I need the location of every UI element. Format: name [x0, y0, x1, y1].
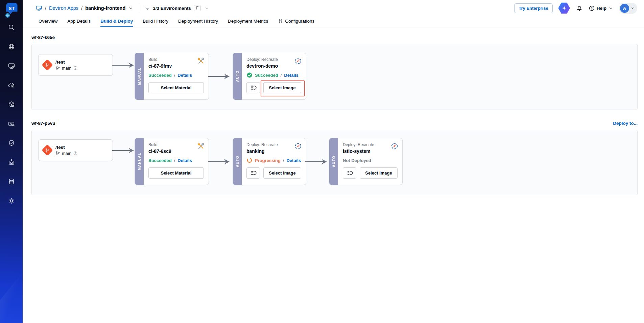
select-material-button[interactable]: Select Material: [148, 82, 204, 93]
devtron-build-deploy-screen: ST ⟳ / Devtron Apps / banking-frontend: [0, 0, 644, 323]
select-image-button[interactable]: Select Image: [263, 82, 301, 93]
avatar: A: [620, 4, 629, 13]
branch-icon: [55, 151, 60, 156]
details-link[interactable]: Details: [284, 73, 299, 78]
git-repo-name: /test: [55, 145, 78, 150]
search-icon[interactable]: [8, 24, 15, 31]
breadcrumb-devtron-apps-link[interactable]: Devtron Apps: [49, 5, 78, 11]
env-filter-chevron-down-icon[interactable]: [204, 5, 210, 11]
details-link[interactable]: Details: [177, 73, 192, 78]
branch-name: main: [62, 151, 71, 156]
status-text: Succeeded: [148, 158, 172, 163]
workflow-wf-87-k65e: wf-87-k65e /test main: [31, 34, 638, 110]
app-monitor-icon: [35, 5, 42, 11]
branch-name: main: [62, 66, 71, 71]
workflow-canvas: /test main MANUAL Build ci-87-6sc9: [31, 130, 638, 195]
resource-browser-globe-icon[interactable]: [8, 43, 15, 50]
info-icon[interactable]: [73, 66, 78, 70]
select-image-button[interactable]: Select Image: [360, 167, 398, 179]
git-icon: [42, 144, 53, 156]
chart-store-package-icon[interactable]: [8, 101, 15, 108]
applications-monitor-icon[interactable]: [8, 62, 15, 70]
node-type-label: Build: [148, 57, 204, 62]
stacks-database-icon[interactable]: [8, 178, 15, 185]
rollback-button[interactable]: [343, 167, 356, 179]
breadcrumb-app-name: banking-frontend: [85, 5, 125, 11]
user-menu[interactable]: A: [619, 3, 637, 14]
tab-deployment-history[interactable]: Deployment History: [178, 16, 218, 27]
trigger-mode-ribbon: MANUAL: [135, 138, 144, 185]
bot-robot-icon[interactable]: [8, 159, 15, 166]
git-material-card[interactable]: /test main: [38, 139, 113, 161]
info-icon[interactable]: [73, 151, 78, 156]
workflows-content: wf-87-k65e /test main: [23, 27, 644, 323]
status-text: Succeeded: [255, 73, 278, 78]
trigger-mode-ribbon: AUTO: [233, 138, 242, 185]
select-material-button[interactable]: Select Material: [148, 167, 204, 179]
cost-cash-gear-icon[interactable]: [8, 120, 15, 128]
notifications-bell-icon[interactable]: [576, 4, 583, 12]
select-image-button[interactable]: Select Image: [263, 167, 301, 179]
rollback-icon: [347, 170, 353, 176]
tab-deployment-metrics[interactable]: Deployment Metrics: [228, 16, 268, 27]
tab-overview[interactable]: Overview: [39, 16, 57, 27]
workflow-arrow: [305, 159, 329, 165]
status-text: Progressing: [255, 158, 281, 163]
breadcrumb-separator: /: [81, 5, 82, 11]
tab-configurations[interactable]: Configurations: [278, 16, 314, 27]
environment-count-label: 3/3 Environments: [153, 6, 191, 11]
build-tools-icon: [197, 57, 205, 65]
sidebar: ST ⟳: [0, 0, 23, 323]
build-tools-icon: [197, 142, 205, 150]
environment-name: banking: [246, 148, 301, 155]
node-type-label: Build: [148, 142, 204, 147]
workflow-canvas: /test main MANUAL Build ci-87-9fmv: [31, 44, 638, 110]
rollback-button[interactable]: [246, 82, 260, 93]
sidebar-nav: [0, 16, 23, 205]
deploy-node-card-devtron-demo: AUTO Deploy: Recreate devtron-demo Succe…: [233, 53, 306, 100]
workflow-arrow: [112, 147, 136, 154]
sliders-icon: [278, 19, 283, 24]
help-chevron-down-icon: [608, 5, 614, 11]
devtron-logo[interactable]: ST ⟳: [5, 3, 18, 16]
settings-gear-icon[interactable]: [8, 197, 15, 205]
sparkle-icon: [561, 5, 568, 11]
deploy-node-card-istio-system: AUTO Deploy: Recreate istio-system Not D…: [329, 138, 403, 185]
workflow-arrow: [208, 159, 232, 165]
rollback-icon: [250, 85, 257, 91]
try-enterprise-button[interactable]: Try Enterprise: [514, 3, 552, 13]
shortcut-key-badge: F: [194, 5, 201, 11]
deploy-to-link[interactable]: Deploy to...: [613, 121, 638, 126]
environment-filter[interactable]: 3/3 Environments F: [145, 5, 201, 11]
node-type-label: Deploy: Recreate: [246, 142, 301, 147]
help-label: Help: [597, 6, 606, 11]
rocket-deploy-icon: [391, 142, 398, 150]
top-header: / Devtron Apps / banking-frontend 3/3 En…: [23, 0, 644, 16]
build-node-card: MANUAL Build ci-87-6sc9 Succeeded / Deta…: [135, 138, 209, 185]
tab-app-details[interactable]: App Details: [67, 16, 91, 27]
environment-name: istio-system: [343, 148, 398, 155]
rollback-icon: [250, 170, 257, 176]
help-menu[interactable]: Help: [589, 5, 614, 11]
header-actions: Try Enterprise Help A: [514, 2, 637, 14]
trigger-mode-ribbon: AUTO: [329, 138, 338, 185]
git-material-card[interactable]: /test main: [38, 54, 113, 76]
trigger-mode-ribbon: MANUAL: [135, 53, 144, 100]
user-chevron-down-icon: [630, 6, 635, 10]
node-type-label: Deploy: Recreate: [343, 142, 398, 147]
environment-name: devtron-demo: [246, 63, 301, 69]
deploy-node-card-banking: AUTO Deploy: Recreate banking Progressin…: [233, 138, 306, 185]
workflow-title: wf-87-k65e: [31, 35, 55, 40]
tab-build-history[interactable]: Build History: [143, 16, 168, 27]
breadcrumb: / Devtron Apps / banking-frontend: [35, 5, 134, 11]
details-link[interactable]: Details: [177, 158, 192, 163]
app-group-cloud-icon[interactable]: [8, 82, 15, 89]
filter-icon: [145, 5, 150, 11]
tab-build-and-deploy[interactable]: Build & Deploy: [100, 16, 133, 27]
ai-assistant-hexagon-icon[interactable]: [558, 2, 570, 14]
details-link[interactable]: Details: [286, 158, 301, 163]
build-node-card: MANUAL Build ci-87-9fmv Succeeded / Deta…: [135, 53, 209, 100]
app-switcher-chevron-down-icon[interactable]: [128, 5, 134, 11]
security-shield-icon[interactable]: [8, 139, 15, 147]
rollback-button[interactable]: [246, 167, 260, 179]
